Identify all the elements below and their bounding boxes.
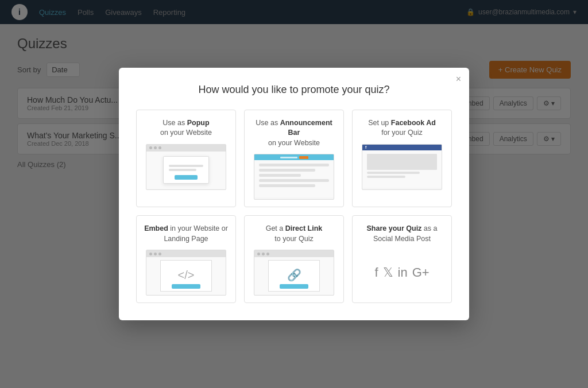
facebook-icon: f [374,265,378,280]
option-facebook-ad[interactable]: Set up Facebook Adfor your Quiz f [352,110,452,208]
googleplus-icon: G+ [412,265,430,280]
modal-title: How would you like to promote your quiz? [136,84,452,96]
twitter-icon: 𝕏 [383,265,393,280]
option-announcement-label: Use as Announcement Baron your Website [252,118,336,149]
options-grid: Use as Popupon your Website [136,110,452,304]
embed-preview: </> [146,250,226,296]
promote-modal: × How would you like to promote your qui… [119,68,469,321]
option-facebook-label: Set up Facebook Adfor your Quiz [368,118,436,138]
option-direct-link-label: Get a Direct Linkto your Quiz [266,224,323,244]
modal-overlay: × How would you like to promote your qui… [0,0,588,388]
announcement-preview [254,154,334,200]
option-direct-link[interactable]: Get a Direct Linkto your Quiz 🔗 [244,215,344,303]
social-preview: f 𝕏 in G+ [374,250,429,296]
popup-preview [146,144,226,190]
direct-link-preview: 🔗 [254,250,334,296]
linkedin-icon: in [398,265,408,280]
option-announcement-bar[interactable]: Use as Announcement Baron your Website [244,110,344,208]
option-social-label: Share your Quiz as aSocial Media Post [367,224,438,244]
modal-close-button[interactable]: × [456,75,461,84]
option-popup-label: Use as Popupon your Website [160,118,212,138]
option-embed-label: Embed in your Website orLanding Page [144,224,228,244]
option-social-media[interactable]: Share your Quiz as aSocial Media Post f … [352,215,452,303]
facebook-preview: f [362,144,442,190]
option-popup[interactable]: Use as Popupon your Website [136,110,236,208]
option-embed[interactable]: Embed in your Website orLanding Page </> [136,215,236,303]
link-icon: 🔗 [287,268,301,282]
code-icon: </> [178,269,195,282]
